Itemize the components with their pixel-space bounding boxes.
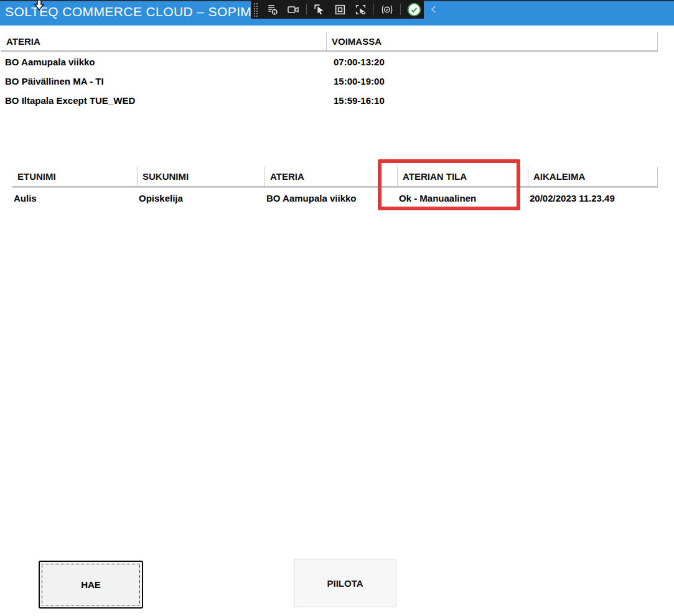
- column-header-aterian-tila: ATERIAN TILA: [397, 167, 528, 186]
- person-meal: BO Aamupala viikko: [266, 193, 399, 203]
- settings-check-icon: [380, 3, 394, 16]
- column-header-ateria: ATERIA: [264, 167, 397, 186]
- toolbar-grip-handle[interactable]: [253, 2, 258, 17]
- pick-area-icon: [354, 3, 367, 16]
- pick-element-icon: [313, 3, 326, 16]
- meal-row[interactable]: BO Päivällinen MA - TI 15:00-19:00: [1, 72, 658, 91]
- toolbar-separator: [400, 4, 401, 15]
- person-last-name: Opiskelija: [139, 193, 266, 203]
- person-timestamp: 20/02/2023 11.23.49: [530, 193, 658, 203]
- person-table-header: ETUNIMI SUKUNIMI ATERIA ATERIAN TILA AIK…: [12, 167, 658, 186]
- meal-schedule-table: ATERIA VOIMASSA BO Aamupala viikko 07:00…: [1, 32, 658, 110]
- script-steps-button[interactable]: [264, 2, 281, 17]
- pick-area-button[interactable]: [352, 2, 369, 17]
- meal-row[interactable]: BO Aamupala viikko 07:00-13:20: [1, 52, 658, 72]
- toolbar-separator: [306, 4, 307, 15]
- meal-name: BO Aamupala viikko: [5, 57, 334, 67]
- person-first-name: Aulis: [14, 193, 139, 203]
- person-table: ETUNIMI SUKUNIMI ATERIA ATERIAN TILA AIK…: [12, 167, 658, 208]
- meal-row[interactable]: BO Iltapala Except TUE_WED 15:59-16:10: [1, 91, 658, 110]
- select-region-icon: [334, 3, 347, 16]
- piilota-button[interactable]: PIILOTA: [294, 559, 396, 607]
- meal-name: BO Päivällinen MA - TI: [5, 76, 334, 86]
- mouse-cursor-icon: [33, 0, 45, 11]
- collapse-chevron-icon: [429, 4, 439, 15]
- confirm-button[interactable]: [405, 2, 423, 17]
- meal-table-header: ATERIA VOIMASSA: [1, 32, 658, 50]
- column-header-etunimi: ETUNIMI: [12, 167, 137, 186]
- capture-toolbar: [251, 0, 424, 19]
- hae-button[interactable]: HAE: [39, 561, 143, 609]
- column-header-ateria: ATERIA: [1, 32, 326, 50]
- pick-element-button[interactable]: [311, 2, 328, 17]
- person-meal-status: Ok - Manuaalinen: [399, 193, 530, 203]
- column-header-voimassa: VOIMASSA: [326, 32, 658, 50]
- meal-valid-time: 15:00-19:00: [334, 76, 658, 86]
- collapse-toolbar-button[interactable]: [427, 3, 441, 16]
- meal-name: BO Iltapala Except TUE_WED: [5, 95, 334, 106]
- column-header-sukunimi: SUKUNIMI: [137, 167, 264, 186]
- meal-valid-time: 15:59-16:10: [334, 95, 658, 106]
- app-window: SOLTEQ COMMERCE CLOUD – SOPIMUSATERI...: [0, 0, 674, 616]
- settings-check-button[interactable]: [378, 2, 396, 17]
- record-camera-button[interactable]: [284, 2, 302, 17]
- select-region-button[interactable]: [332, 2, 349, 17]
- script-steps-icon: [266, 3, 279, 16]
- toolbar-separator: [373, 4, 374, 15]
- meal-valid-time: 07:00-13:20: [334, 57, 658, 67]
- record-camera-icon: [286, 3, 300, 16]
- column-header-aikaleima: AIKALEIMA: [528, 167, 658, 186]
- confirm-check-icon: [407, 2, 421, 17]
- person-row[interactable]: Aulis Opiskelija BO Aamupala viikko Ok -…: [12, 188, 658, 208]
